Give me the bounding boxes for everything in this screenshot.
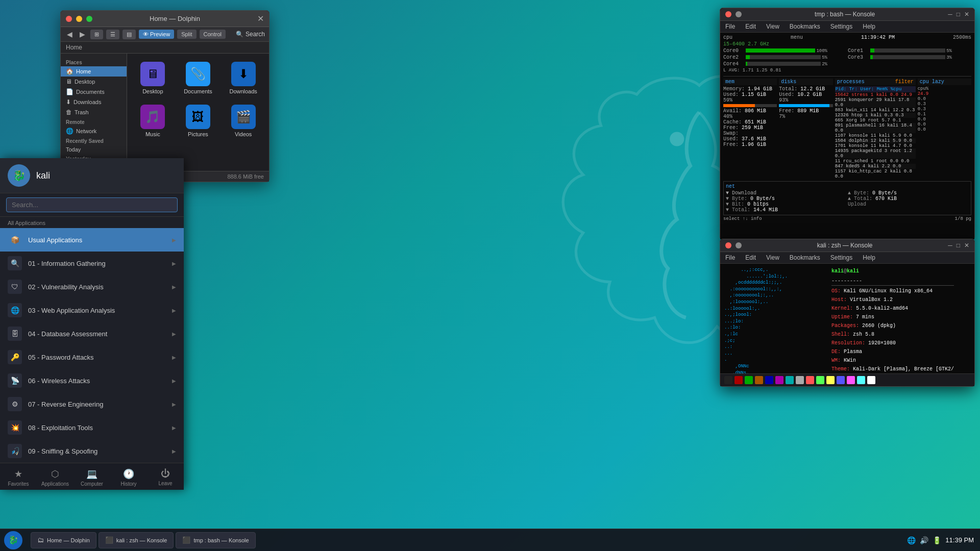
disk-used-pct: 93% [779, 97, 832, 103]
control-button[interactable]: Control [200, 30, 226, 39]
konsole-bottom-settings-menu[interactable]: Settings [828, 253, 854, 262]
view-details-button[interactable]: ▤ [122, 30, 136, 39]
kali-logo-icon: 🐉 [8, 535, 18, 545]
konsole-top-settings-menu[interactable]: Settings [828, 22, 854, 31]
arrow-icon: ▶ [172, 284, 176, 290]
sidebar-item-desktop[interactable]: 🖥 Desktop [61, 77, 127, 87]
downloads-icon: ⬇ [66, 98, 71, 106]
minimize-button[interactable] [76, 16, 82, 22]
konsole-bottom-bookmarks-menu[interactable]: Bookmarks [788, 253, 822, 262]
vuln-analysis-icon: 🛡 [8, 280, 22, 294]
battery-tray-icon[interactable]: 🔋 [933, 536, 941, 544]
taskbar-bash-btn[interactable]: ⬛ tmp : bash — Konsole [176, 532, 255, 548]
htop-time: 11:39:42 PM [861, 35, 895, 40]
sidebar-item-network[interactable]: 🌐 Network [61, 126, 127, 136]
sidebar-item-today[interactable]: Today [61, 145, 127, 154]
network-tray-icon[interactable]: 🌐 [907, 536, 916, 544]
file-item-music[interactable]: 🎵 Music [132, 102, 174, 140]
konsole-bottom-view-menu[interactable]: View [764, 253, 781, 262]
konsole-bottom-titlebar: kali : zsh — Konsole ─ □ ✕ [720, 239, 974, 252]
mem-avail-pct: 40% [723, 114, 777, 119]
dolphin-window: Home — Dolphin ✕ ◀ ▶ ⊞ ☰ ▤ 👁 Preview Spl… [60, 10, 270, 182]
close-button[interactable] [66, 16, 72, 22]
konsole-top-close-icon[interactable]: ✕ [964, 11, 969, 18]
launcher-web-analysis[interactable]: 🌐 03 - Web Application Analysis ▶ [0, 298, 184, 322]
documents-icon: 📄 [66, 88, 74, 95]
launcher-password-attacks[interactable]: 🔑 05 - Password Attacks ▶ [0, 345, 184, 369]
konsole-bottom-max-icon[interactable]: □ [957, 242, 960, 249]
sidebar-item-downloads[interactable]: ⬇ Downloads [61, 97, 127, 107]
footer-favorites[interactable]: ★ Favorites [0, 463, 37, 490]
free-space: 888.6 MiB free [227, 173, 264, 180]
konsole-top-min-icon[interactable]: ─ [948, 11, 952, 18]
sidebar-item-home[interactable]: 🏠 Home [61, 66, 127, 77]
taskbar-clock-display[interactable]: 11:39 PM [945, 536, 974, 544]
core2-pct: 5% [822, 55, 827, 60]
konsole-bottom-min-icon[interactable]: ─ [948, 242, 952, 249]
konsole-top-max-icon[interactable]: □ [957, 11, 960, 18]
volume-tray-icon[interactable]: 🔊 [920, 536, 928, 544]
konsole-top-title: tmp : bash — Konsole [746, 11, 944, 18]
launcher-db-assessment[interactable]: 🗄 04 - Database Assessment ▶ [0, 322, 184, 345]
exploitation-tools-icon: 💥 [8, 420, 22, 435]
app-launcher: 🐉 kali All Applications 📦 Usual Applicat… [0, 158, 184, 490]
forward-button[interactable]: ▶ [78, 29, 87, 39]
view-list-button[interactable]: ☰ [106, 30, 119, 39]
reverse-engineering-icon: ⚙ [8, 397, 22, 411]
file-item-pictures[interactable]: 🖼 Pictures [178, 102, 219, 140]
footer-computer[interactable]: 💻 Computer [74, 463, 110, 490]
core0-pct: 100% [816, 48, 827, 54]
arrow-icon: ▶ [172, 448, 176, 454]
shell-info: zsh 5.8 [853, 332, 874, 337]
back-button[interactable]: ◀ [65, 29, 75, 39]
view-icons-button[interactable]: ⊞ [90, 30, 103, 39]
launcher-wireless-attacks[interactable]: 📡 06 - Wireless Attacks ▶ [0, 369, 184, 392]
konsole-bottom-close-icon[interactable]: ✕ [964, 242, 969, 249]
konsole-bottom-close[interactable] [725, 242, 731, 248]
konsole-top-close[interactable] [725, 11, 731, 17]
konsole-top-help-menu[interactable]: Help [861, 22, 877, 31]
launcher-sniffing-spoofing[interactable]: 🎣 09 - Sniffing & Spoofing ▶ [0, 439, 184, 463]
konsole-top-dot [736, 11, 742, 17]
konsole-top-file-menu[interactable]: File [723, 22, 737, 31]
footer-leave[interactable]: ⏻ Leave [147, 463, 184, 490]
footer-applications[interactable]: ⬡ Applications [37, 463, 74, 490]
leave-icon: ⏻ [161, 468, 170, 479]
file-item-downloads[interactable]: ⬇ Downloads [223, 59, 264, 97]
sidebar-item-trash[interactable]: 🗑 Trash [61, 107, 127, 117]
taskbar-zsh-btn[interactable]: ⬛ kali : zsh — Konsole [99, 532, 174, 548]
zsh-system-info: kali@kali ---------- OS: Kali GNU/Linux … [831, 267, 954, 370]
trash-icon: 🗑 [66, 109, 72, 116]
kali-menu-button[interactable]: 🐉 [4, 531, 22, 549]
file-item-documents[interactable]: 📎 Documents [178, 59, 219, 97]
maximize-button[interactable] [86, 16, 92, 22]
process-section: processes filter Pid: Tr: User: Mem% %cp… [835, 79, 916, 179]
preview-icon: 👁 [143, 31, 149, 37]
file-item-desktop[interactable]: 🖥 Desktop [132, 59, 174, 97]
footer-history[interactable]: 🕐 History [110, 463, 147, 490]
launcher-exploitation-tools[interactable]: 💥 08 - Exploitation Tools ▶ [0, 416, 184, 439]
preview-button[interactable]: 👁 Preview [139, 30, 174, 39]
konsole-top-view-menu[interactable]: View [764, 22, 781, 31]
launcher-info-gathering[interactable]: 🔍 01 - Information Gathering ▶ [0, 252, 184, 275]
launcher-search-input[interactable] [6, 197, 178, 212]
konsole-top-bookmarks-menu[interactable]: Bookmarks [788, 22, 822, 31]
taskbar-right: 🌐 🔊 🔋 11:39 PM [907, 536, 980, 544]
taskbar-dolphin-btn[interactable]: 🗂 Home — Dolphin [31, 532, 96, 548]
split-button[interactable]: Split [177, 30, 196, 39]
color-bright-magenta [847, 376, 855, 384]
file-item-videos[interactable]: 🎬 Videos [223, 102, 264, 140]
launcher-vuln-analysis[interactable]: 🛡 02 - Vulnerability Analysis ▶ [0, 275, 184, 298]
konsole-bottom-help-menu[interactable]: Help [861, 253, 877, 262]
sidebar-item-documents[interactable]: 📄 Documents [61, 87, 127, 97]
konsole-top-edit-menu[interactable]: Edit [743, 22, 758, 31]
dolphin-close-icon[interactable]: ✕ [257, 14, 264, 23]
process-list-header: Pid: Tr: User: Mem% %cpu [835, 86, 916, 92]
search-label[interactable]: Search [246, 31, 265, 38]
net-section: net ▼ Download ▼ Byte: 0 Byte/s ▼ Bit: 0… [723, 181, 971, 215]
dl-total: 14.4 MiB [753, 207, 778, 213]
launcher-usual-apps[interactable]: 📦 Usual Applications ▶ [0, 228, 184, 252]
launcher-reverse-engineering[interactable]: ⚙ 07 - Reverse Engineering ▶ [0, 392, 184, 416]
konsole-bottom-edit-menu[interactable]: Edit [743, 253, 758, 262]
konsole-bottom-file-menu[interactable]: File [723, 253, 737, 262]
